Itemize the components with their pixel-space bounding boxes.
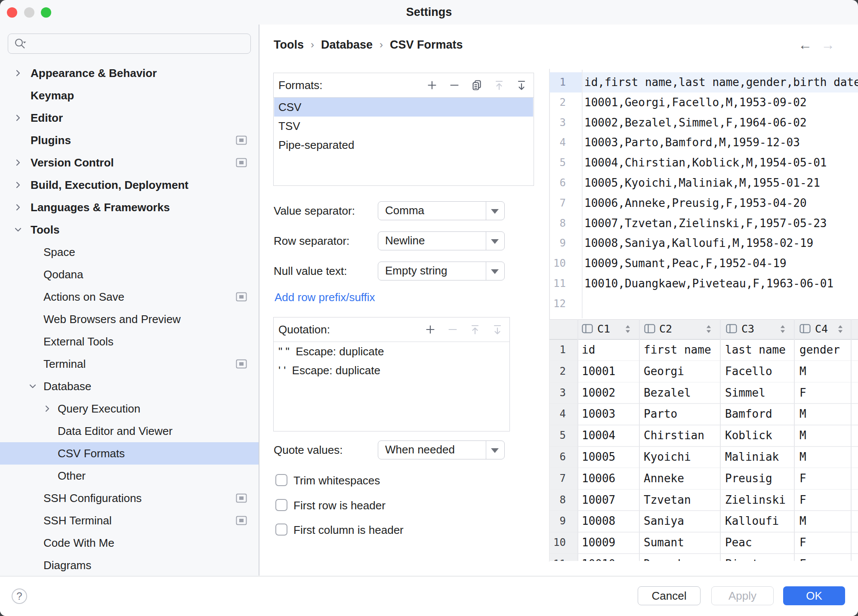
chevron-down-icon[interactable] [28, 381, 38, 391]
checkbox-first-column-is-header[interactable] [275, 524, 287, 536]
sidebar-item-actions-on-save[interactable]: Actions on Save [0, 286, 259, 308]
table-cell[interactable]: Bezalel [644, 382, 691, 403]
table-cell[interactable]: first name [644, 339, 711, 360]
checkbox-label[interactable]: Trim whitespaces [293, 474, 380, 486]
breadcrumb-database[interactable]: Database [321, 38, 373, 52]
sort-both-icon[interactable] [837, 324, 843, 334]
format-item-pipe-separated[interactable]: Pipe-separated [274, 136, 533, 154]
table-cell[interactable]: last name [725, 339, 786, 360]
move-down-icon[interactable] [515, 79, 528, 91]
table-cell[interactable]: Preusig [725, 468, 772, 489]
table-cell[interactable]: Kyoichi [644, 446, 691, 468]
sidebar-item-editor[interactable]: Editor [0, 107, 259, 129]
sidebar-item-diagrams[interactable]: Diagrams [0, 554, 259, 576]
chevron-down-icon[interactable] [13, 225, 23, 235]
table-cell[interactable]: Kalloufi [725, 510, 779, 532]
chevron-right-icon[interactable] [13, 157, 23, 168]
table-cell[interactable]: Parto [644, 403, 677, 425]
table-cell[interactable]: 10002 [582, 382, 615, 403]
checkbox-label[interactable]: First row is header [293, 499, 386, 511]
sidebar-item-data-editor-and-viewer[interactable]: Data Editor and Viewer [0, 420, 259, 442]
chevron-right-icon[interactable] [13, 113, 23, 123]
quote-values-dropdown[interactable]: When needed [378, 440, 505, 459]
ok-button[interactable]: OK [783, 586, 845, 605]
table-cell[interactable]: Saniya [644, 510, 684, 532]
table-cell[interactable]: F [799, 532, 806, 553]
sidebar-item-other[interactable]: Other [0, 465, 259, 487]
sidebar-item-query-execution[interactable]: Query Execution [0, 397, 259, 420]
table-cell[interactable]: M [799, 403, 806, 425]
cancel-button[interactable]: Cancel [638, 586, 701, 605]
sidebar-item-build-execution-deployment[interactable]: Build, Execution, Deployment [0, 174, 259, 196]
add-icon[interactable] [424, 323, 436, 336]
value-separator-dropdown[interactable]: Comma [378, 201, 505, 220]
table-cell[interactable]: id [582, 339, 595, 360]
help-button[interactable]: ? [12, 588, 27, 604]
dropdown-arrow-segment[interactable] [486, 232, 504, 250]
table-column-header-c1[interactable]: C1 [597, 319, 610, 339]
table-cell[interactable]: F [799, 468, 806, 489]
table-cell[interactable]: Facello [725, 360, 772, 382]
sidebar-item-plugins[interactable]: Plugins [0, 129, 259, 151]
table-column-header-c3[interactable]: C3 [741, 319, 754, 339]
table-column-header-c2[interactable]: C2 [659, 319, 672, 339]
sidebar-item-appearance-behavior[interactable]: Appearance & Behavior [0, 62, 259, 84]
back-arrow-icon[interactable]: ← [798, 37, 812, 52]
chevron-right-icon[interactable] [13, 180, 23, 190]
sidebar-item-database[interactable]: Database [0, 375, 259, 397]
sidebar-item-space[interactable]: Space [0, 241, 259, 263]
row-separator-dropdown[interactable]: Newline [378, 231, 505, 250]
table-cell[interactable]: M [799, 360, 806, 382]
add-icon[interactable] [426, 79, 438, 91]
sidebar-item-web-browsers-and-preview[interactable]: Web Browsers and Preview [0, 308, 259, 330]
checkbox-trim-whitespaces[interactable] [275, 474, 287, 486]
table-cell[interactable]: 10005 [582, 446, 615, 468]
table-cell[interactable]: F [799, 489, 806, 511]
search-input[interactable] [8, 34, 251, 54]
sidebar-item-languages-frameworks[interactable]: Languages & Frameworks [0, 196, 259, 219]
checkbox-first-row-is-header[interactable] [275, 499, 287, 511]
sort-both-icon[interactable] [706, 324, 712, 334]
table-cell[interactable]: 10003 [582, 403, 615, 425]
sort-both-icon[interactable] [780, 324, 786, 334]
table-cell[interactable]: Simmel [725, 382, 765, 403]
table-cell[interactable]: Georgi [644, 360, 684, 382]
sidebar-item-tools[interactable]: Tools [0, 219, 259, 241]
sidebar-item-csv-formats[interactable]: CSV Formats [0, 442, 259, 465]
breadcrumb-tools[interactable]: Tools [274, 38, 304, 52]
table-column-header-c4[interactable]: C4 [815, 319, 828, 339]
table-cell[interactable]: 10001 [582, 360, 615, 382]
format-item-tsv[interactable]: TSV [274, 117, 533, 136]
remove-icon[interactable] [448, 79, 460, 91]
quotation-item[interactable]: ' ' Escape: duplicate [274, 361, 509, 380]
sidebar-item-version-control[interactable]: Version Control [0, 151, 259, 174]
table-cell[interactable]: Maliniak [725, 446, 779, 468]
sidebar-item-keymap[interactable]: Keymap [0, 84, 259, 107]
table-cell[interactable]: Bamford [725, 403, 772, 425]
checkbox-label[interactable]: First column is header [293, 524, 404, 536]
dropdown-arrow-segment[interactable] [486, 262, 504, 280]
table-cell[interactable]: Peac [725, 532, 752, 553]
chevron-right-icon[interactable] [42, 403, 52, 414]
table-cell[interactable]: 10008 [582, 510, 615, 532]
add-row-prefix-suffix-link[interactable]: Add row prefix/suffix [275, 291, 375, 304]
table-cell[interactable]: 10006 [582, 468, 615, 489]
quotation-item[interactable]: " " Escape: duplicate [274, 342, 509, 361]
sidebar-item-external-tools[interactable]: External Tools [0, 330, 259, 353]
table-cell[interactable]: Koblick [725, 425, 772, 446]
table-cell[interactable]: M [799, 510, 806, 532]
table-cell[interactable]: 10009 [582, 532, 615, 553]
table-cell[interactable]: Tzvetan [644, 489, 691, 511]
copy-icon[interactable] [471, 79, 483, 91]
sidebar-item-qodana[interactable]: Qodana [0, 263, 259, 286]
table-cell[interactable]: Anneke [644, 468, 684, 489]
table-cell[interactable]: gender [799, 339, 840, 360]
chevron-right-icon[interactable] [13, 202, 23, 213]
sidebar-item-terminal[interactable]: Terminal [0, 353, 259, 375]
null-value-text-dropdown[interactable]: Empty string [378, 262, 505, 280]
sort-both-icon[interactable] [625, 324, 631, 334]
sidebar-item-code-with-me[interactable]: Code With Me [0, 532, 259, 554]
sidebar-item-ssh-terminal[interactable]: SSH Terminal [0, 509, 259, 532]
table-cell[interactable]: M [799, 446, 806, 468]
format-item-csv[interactable]: CSV [274, 98, 533, 117]
